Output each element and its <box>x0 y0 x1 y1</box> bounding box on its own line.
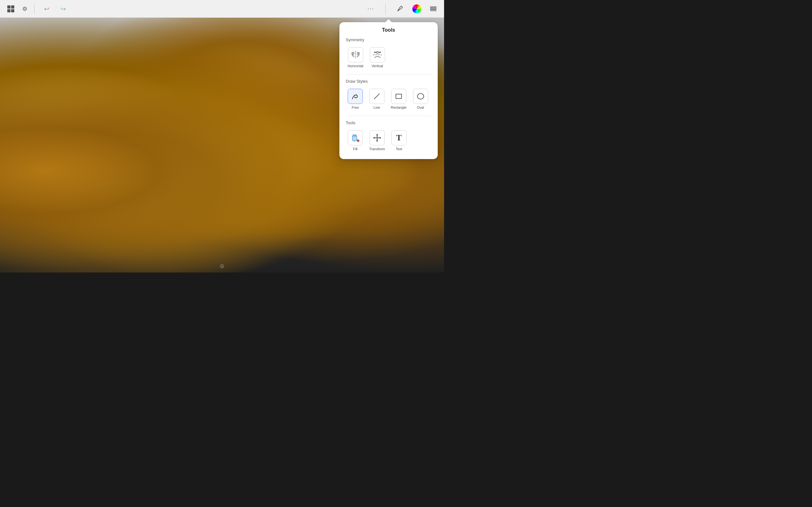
brush-button[interactable] <box>395 3 406 14</box>
draw-style-free-label: Free <box>352 106 359 109</box>
vertical-symmetry-icon <box>372 50 383 60</box>
tool-transform-label: Transform <box>369 147 385 151</box>
svg-rect-0 <box>430 7 436 8</box>
toolbar-divider-2 <box>386 4 386 14</box>
divider-1 <box>346 74 432 74</box>
symmetry-section-label: Symmetry <box>346 38 432 42</box>
symmetry-vertical-label: Vertical <box>371 64 383 68</box>
svg-point-3 <box>352 52 354 54</box>
divider-2 <box>346 116 432 116</box>
tool-text-label: Text <box>396 147 402 151</box>
draw-style-free-item[interactable]: Free <box>346 87 365 111</box>
svg-point-12 <box>417 94 424 99</box>
symmetry-grid: Horizontal Vertical <box>346 45 432 70</box>
tool-text-item[interactable]: T Text <box>390 128 409 153</box>
svg-rect-1 <box>430 8 436 9</box>
svg-rect-11 <box>396 94 402 99</box>
tool-fill-icon-box <box>348 130 363 146</box>
svg-point-15 <box>357 139 359 142</box>
draw-style-rectangle-item[interactable]: Rectangle <box>389 87 409 111</box>
svg-line-10 <box>374 94 379 99</box>
text-tool-symbol: T <box>396 133 402 143</box>
tool-fill-item[interactable]: Fill <box>346 128 365 153</box>
rectangle-draw-icon <box>394 92 403 101</box>
draw-style-oval-item[interactable]: Oval <box>411 87 430 111</box>
symmetry-horizontal-item[interactable]: Horizontal <box>346 45 365 70</box>
draw-style-line-label: Line <box>374 106 380 109</box>
tools-section-label: Tools <box>346 120 432 125</box>
draw-styles-label: Draw Styles <box>346 79 432 83</box>
redo-button[interactable]: ↪ <box>57 3 69 14</box>
grid-icon <box>7 5 14 12</box>
tools-grid: Fill Transform T Text <box>346 128 432 153</box>
canvas-indicator <box>220 264 224 268</box>
fill-tool-icon <box>351 133 360 143</box>
svg-rect-2 <box>430 10 436 11</box>
layers-button[interactable] <box>427 3 439 14</box>
free-draw-icon <box>351 92 360 101</box>
toolbar-divider <box>34 4 35 14</box>
gear-icon: ⚙ <box>22 5 27 12</box>
more-button[interactable]: ··· <box>365 3 376 14</box>
symmetry-vertical-item[interactable]: Vertical <box>368 45 387 70</box>
undo-button[interactable]: ↩ <box>41 3 52 14</box>
draw-style-rectangle-icon-box <box>391 89 406 104</box>
toolbar-left: ⚙ <box>5 3 31 14</box>
svg-marker-21 <box>380 137 381 139</box>
settings-button[interactable]: ⚙ <box>19 3 31 14</box>
redo-icon: ↪ <box>61 5 66 13</box>
symmetry-horizontal-icon-box <box>348 47 363 62</box>
toolbar-center: ↩ ↪ <box>41 3 69 14</box>
svg-marker-20 <box>373 137 374 139</box>
draw-style-line-item[interactable]: Line <box>367 87 386 111</box>
svg-rect-14 <box>353 135 356 136</box>
oval-draw-icon <box>416 92 425 101</box>
tool-fill-label: Fill <box>353 147 357 151</box>
tools-panel: Tools Symmetry Horizontal <box>339 22 438 159</box>
tool-text-icon-box: T <box>392 130 407 146</box>
svg-marker-18 <box>376 134 378 135</box>
line-draw-icon <box>372 92 381 101</box>
draw-style-rectangle-label: Rectangle <box>391 106 407 109</box>
draw-styles-grid: Free Line Rectangle <box>346 87 432 111</box>
undo-icon: ↩ <box>44 5 49 13</box>
gallery-button[interactable] <box>5 3 16 14</box>
toolbar-right: ··· <box>365 3 439 14</box>
symmetry-horizontal-label: Horizontal <box>348 64 363 68</box>
toolbar: ⚙ ↩ ↪ ··· <box>0 0 444 18</box>
draw-style-free-icon-box <box>348 89 363 104</box>
horizontal-symmetry-icon <box>350 50 361 60</box>
panel-title: Tools <box>346 27 432 33</box>
ellipsis-icon: ··· <box>367 5 374 12</box>
color-wheel-icon <box>412 4 421 13</box>
svg-point-4 <box>357 52 359 54</box>
draw-style-oval-label: Oval <box>417 106 424 109</box>
draw-style-oval-icon-box <box>413 89 428 104</box>
brush-icon <box>397 5 404 13</box>
transform-tool-icon <box>372 133 382 143</box>
draw-style-line-icon-box <box>369 89 385 104</box>
svg-marker-19 <box>376 140 378 142</box>
symmetry-vertical-icon-box <box>370 47 385 62</box>
tool-transform-icon-box <box>369 130 385 146</box>
tool-transform-item[interactable]: Transform <box>367 128 387 153</box>
color-wheel-button[interactable] <box>411 3 422 14</box>
layers-icon <box>430 5 437 13</box>
